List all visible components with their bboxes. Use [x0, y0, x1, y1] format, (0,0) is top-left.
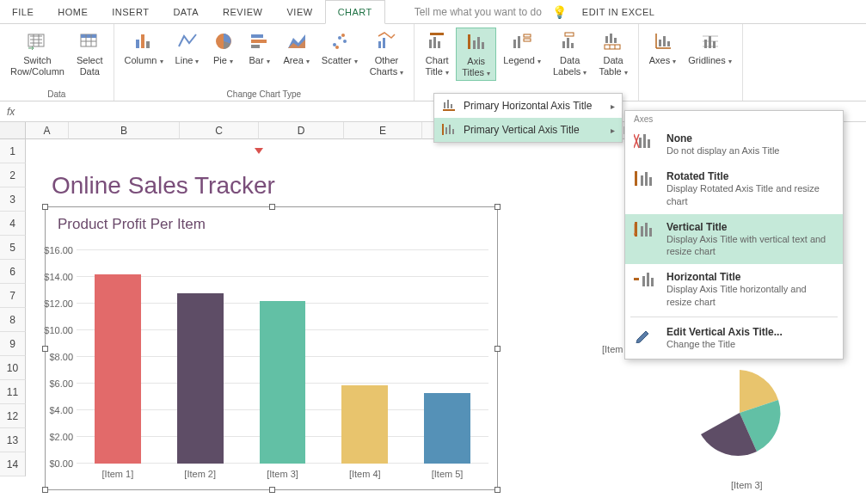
chart-title-button[interactable]: Chart Title ▾ [420, 28, 454, 79]
col-header-C[interactable]: C [180, 122, 259, 139]
switch-row-column-button[interactable]: Switch Row/Column [5, 28, 70, 79]
svg-rect-31 [562, 41, 565, 48]
axes-button[interactable]: Axes ▾ [644, 28, 682, 68]
data-labels-button[interactable]: Data Labels ▾ [548, 28, 592, 79]
vertical-axis-title-submenu: Axes NoneDo not display an Axis Title Ro… [624, 110, 844, 360]
resize-handle-e[interactable] [494, 346, 501, 352]
submenu-vertical[interactable]: Vertical TitleDisplay Axis Title with ve… [625, 214, 843, 265]
bar-4[interactable] [424, 393, 470, 464]
chart-scatter-button[interactable]: Scatter ▾ [316, 28, 363, 68]
svg-rect-73 [642, 276, 645, 286]
svg-rect-36 [610, 34, 612, 43]
vertical-icon [634, 221, 658, 238]
svg-rect-23 [468, 34, 470, 49]
tab-view[interactable]: VIEW [275, 0, 325, 24]
col-header-E[interactable]: E [344, 122, 422, 139]
svg-rect-66 [635, 222, 637, 237]
svg-rect-34 [565, 33, 574, 36]
bar-0[interactable] [95, 274, 141, 464]
svg-rect-56 [452, 129, 454, 134]
row-header-14[interactable]: 14 [0, 452, 26, 476]
select-data-button[interactable]: Select Data [71, 28, 108, 79]
svg-rect-3 [136, 40, 139, 48]
tab-review[interactable]: REVIEW [211, 0, 274, 24]
row-header-13[interactable]: 13 [0, 428, 26, 452]
embedded-chart[interactable]: Product Profit Per Item $0.00$2.00$4.00$… [45, 206, 498, 490]
svg-rect-46 [704, 40, 707, 48]
row-header-1[interactable]: 1 [0, 139, 26, 163]
horiz-axis-icon [441, 99, 457, 113]
svg-rect-55 [449, 125, 451, 134]
col-header-D[interactable]: D [259, 122, 344, 139]
dropdown-primary-vertical[interactable]: Primary Vertical Axis Title ▸ [434, 118, 622, 142]
submenu-none[interactable]: NoneDo not display an Axis Title [625, 126, 843, 163]
chart-pie-button[interactable]: Pie ▾ [206, 28, 241, 68]
tab-home[interactable]: HOME [46, 0, 100, 24]
svg-rect-38 [605, 45, 620, 49]
data-table-button[interactable]: Data Table ▾ [593, 28, 632, 79]
resize-handle-w[interactable] [42, 346, 48, 352]
tab-chart[interactable]: CHART [325, 0, 385, 24]
svg-rect-18 [383, 38, 385, 48]
chart-title[interactable]: Product Profit Per Item [46, 207, 497, 237]
row-header-10[interactable]: 10 [0, 356, 26, 380]
dropdown-primary-horizontal[interactable]: Primary Horizontal Axis Title ▸ [434, 94, 622, 118]
legend-button[interactable]: Legend ▾ [498, 28, 546, 68]
select-data-icon [79, 31, 100, 52]
resize-handle-nw[interactable] [42, 204, 48, 210]
col-header-B[interactable]: B [69, 122, 180, 139]
col-header-A[interactable]: A [26, 122, 69, 139]
resize-handle-n[interactable] [269, 204, 275, 210]
submenu-horizontal[interactable]: Horizontal TitleDisplay Axis Title horiz… [625, 264, 843, 315]
resize-handle-s[interactable] [269, 487, 275, 493]
chart-bar-button[interactable]: Bar ▾ [243, 28, 277, 68]
y-tick: $4.00 [49, 405, 73, 415]
bar-2[interactable] [260, 301, 306, 464]
select-all-corner[interactable] [0, 122, 26, 139]
row-header-2[interactable]: 2 [0, 163, 26, 187]
tab-file[interactable]: FILE [0, 0, 46, 24]
bar-1[interactable] [177, 293, 224, 464]
row-header-7[interactable]: 7 [0, 284, 26, 308]
svg-rect-37 [614, 38, 617, 43]
page-title: Online Sales Tracker [52, 172, 275, 200]
tab-data[interactable]: DATA [161, 0, 211, 24]
switch-icon [27, 31, 47, 52]
y-tick: $2.00 [49, 432, 73, 442]
resize-handle-sw[interactable] [42, 487, 48, 493]
row-header-5[interactable]: 5 [0, 236, 26, 260]
tab-insert[interactable]: INSERT [100, 0, 161, 24]
svg-rect-57 [639, 138, 642, 148]
row-header-4[interactable]: 4 [0, 212, 26, 236]
edit-in-excel-link[interactable]: EDIT IN EXCEL [582, 7, 655, 17]
pie-chart-icon [213, 31, 234, 52]
scatter-chart-icon [329, 31, 350, 52]
bar-3[interactable] [341, 385, 388, 464]
svg-rect-8 [251, 40, 267, 43]
row-header-9[interactable]: 9 [0, 332, 26, 356]
line-chart-icon [177, 31, 198, 52]
row-header-8[interactable]: 8 [0, 308, 26, 332]
tell-me-search[interactable]: Tell me what you want to do [411, 4, 549, 20]
row-header-6[interactable]: 6 [0, 260, 26, 284]
row-header-3[interactable]: 3 [0, 187, 26, 212]
submenu-rotated[interactable]: Rotated TitleDisplay Rotated Axis Title … [625, 163, 843, 214]
axis-titles-button[interactable]: Axis Titles ▾ [456, 28, 496, 81]
svg-rect-4 [141, 34, 144, 48]
y-tick: $12.00 [44, 298, 73, 309]
chart-column-button[interactable]: Column ▾ [120, 28, 169, 68]
chart-area-button[interactable]: Area ▾ [279, 28, 315, 68]
submenu-header: Axes [625, 113, 843, 126]
svg-rect-71 [649, 228, 652, 237]
resize-handle-ne[interactable] [494, 204, 501, 210]
chart-other-button[interactable]: Other Charts ▾ [365, 28, 408, 79]
row-header-12[interactable]: 12 [0, 404, 26, 428]
resize-handle-se[interactable] [494, 487, 501, 493]
row-header-11[interactable]: 11 [0, 380, 26, 404]
submenu-edit-title[interactable]: Edit Vertical Axis Title...Change the Ti… [625, 319, 843, 357]
svg-rect-72 [634, 278, 639, 280]
gridlines-button[interactable]: Gridlines ▾ [683, 28, 736, 68]
ribbon-group-data: Switch Row/Column Select Data Data [0, 24, 114, 101]
chart-line-button[interactable]: Line ▾ [170, 28, 205, 68]
chart-title-icon [427, 31, 447, 52]
